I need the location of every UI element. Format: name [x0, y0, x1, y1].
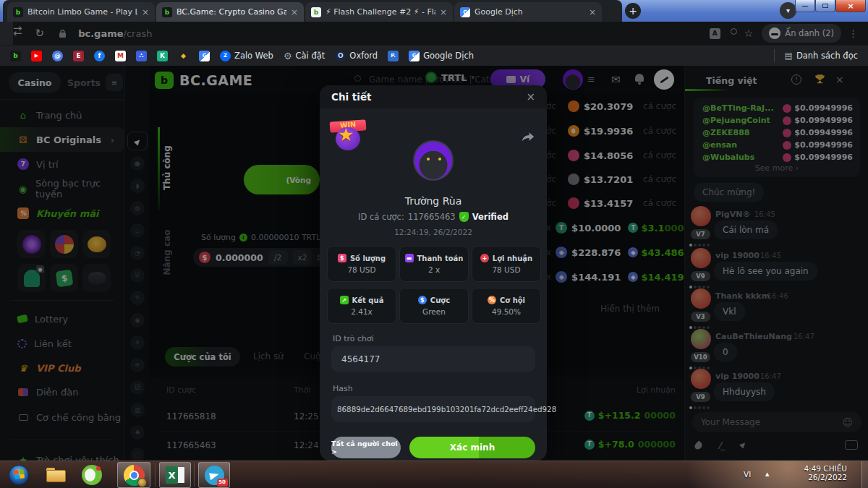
sidebar-item-slots[interactable]: 7 Vị trí	[0, 152, 124, 176]
rail-game-icon[interactable]: ✎	[130, 291, 145, 305]
incognito-profile-chip[interactable]: Ẩn danh (2)	[762, 24, 841, 43]
telegram-button[interactable]: 50	[198, 462, 230, 488]
reload-icon[interactable]: ↻	[35, 27, 45, 40]
window-close-button[interactable]: ×	[835, 0, 866, 12]
bookmark-share[interactable]: ∴	[136, 51, 147, 61]
bookmark-google-translate[interactable]: GGoogle Dịch	[409, 51, 474, 61]
modal-close-icon[interactable]: ×	[526, 90, 535, 103]
translate-page-icon[interactable]: A	[710, 28, 720, 39]
game-id-field[interactable]: 4564177	[331, 346, 535, 372]
chat-avatar[interactable]	[691, 288, 711, 309]
clock[interactable]: 4:49 CHIỀU 26/2/2022	[778, 464, 847, 481]
bookmark-translate[interactable]: G	[199, 51, 210, 61]
user-avatar[interactable]	[563, 69, 583, 90]
game-tile-coins[interactable]	[82, 230, 111, 258]
chat-language[interactable]: Tiếng việt	[706, 75, 757, 86]
bookmark-bcgame[interactable]: b	[10, 51, 21, 61]
tab-history[interactable]: Lịch sử	[253, 351, 284, 361]
sidebar-item-home[interactable]: ⌂ Trang chủ	[0, 103, 124, 127]
bookmark-kcoin[interactable]: K	[157, 51, 168, 61]
share-icon[interactable]	[521, 130, 535, 143]
chevron-right-icon[interactable]: ›	[739, 75, 742, 85]
language-indicator[interactable]: VI	[744, 470, 751, 479]
mail-icon[interactable]: ✉	[611, 73, 621, 86]
live-bet-row[interactable]: ớc $13.7201 cá cược	[546, 171, 684, 188]
info-icon[interactable]: i	[239, 234, 247, 241]
rail-game-icon[interactable]: ♨	[130, 223, 145, 238]
sidebar-collapse-button[interactable]: ≡	[106, 74, 123, 91]
browser-tab-limbo[interactable]: b Bitcoin Limbo Game - Play Limbo ×	[7, 2, 155, 22]
bookmark-star-icon[interactable]: ☆	[744, 27, 754, 39]
live-bet-row[interactable]: ớc ฿ $19.9936 cá cược	[546, 122, 684, 140]
rail-game-icon[interactable]: ✈	[130, 358, 145, 372]
live-bet-row[interactable]: ớc $14.8056 cá cược	[546, 147, 684, 164]
rail-game-icon[interactable]: ⚘	[130, 335, 145, 350]
sidebar-item-favorites[interactable]: ★ Trò chơi yêu thích	[0, 448, 124, 461]
sidebar-item-promotions[interactable]: % Khuyến mãi	[0, 201, 124, 226]
bet-amount-input[interactable]: $ 0.000000 /2 x2 ▴▾	[193, 248, 320, 267]
bet-button[interactable]: (Vòng	[244, 165, 320, 194]
emoji-icon[interactable]: ☺	[842, 416, 853, 428]
start-button[interactable]	[4, 462, 33, 488]
chat-username[interactable]: CauBeThieuNang	[715, 332, 792, 341]
window-maximize-button[interactable]	[815, 0, 835, 12]
rail-game-icon[interactable]: ⛨	[130, 268, 145, 283]
rail-game-icon[interactable]: ◌	[130, 448, 145, 461]
spin-quest-icon[interactable]	[654, 69, 674, 90]
live-bet-row[interactable]: x ◆ $228.876 ◆ $43.4865	[546, 244, 684, 261]
rail-game-icon[interactable]: ◉	[130, 313, 145, 328]
bookmark-oxford[interactable]: OOxford	[335, 51, 378, 61]
reading-list-button[interactable]: ▤Danh sách đọc	[785, 51, 858, 61]
tab-close-icon[interactable]: ×	[589, 7, 596, 17]
rail-game-icon[interactable]: ♠	[130, 425, 145, 440]
crash-rocket-icon[interactable]: ▶	[127, 132, 148, 150]
game-tile-roulette[interactable]	[50, 230, 78, 258]
menu-bars-icon[interactable]: ≡	[587, 74, 595, 85]
chat-avatar[interactable]	[691, 329, 711, 349]
bookmark-mail[interactable]: @	[52, 51, 63, 61]
tab-advanced[interactable]: Nâng cao	[162, 227, 172, 278]
excel-button[interactable]: X	[159, 462, 191, 488]
search-icon[interactable]	[354, 75, 363, 84]
sidebar-item-fairness[interactable]: Cơ chế công bằng	[0, 405, 124, 429]
gif-keyboard-icon[interactable]: ···	[845, 440, 858, 450]
rules-info-icon[interactable]: !	[791, 74, 801, 85]
rail-game-icon[interactable]: ▥	[130, 403, 145, 417]
bookmark-youtube[interactable]: ▶	[31, 51, 42, 61]
live-bet-row[interactable]: ớc $13.4157 cá cược	[546, 194, 684, 212]
rail-game-icon[interactable]: ●	[130, 156, 145, 171]
sidebar-item-forum[interactable]: Diễn đàn	[0, 380, 124, 404]
browser-tab-bcgame[interactable]: b BC.Game: Crypto Casino Games & ×	[156, 2, 304, 22]
bookmark-p[interactable]: P.	[388, 51, 399, 61]
live-bet-row[interactable]: ớc $20.3079 cá cược	[546, 98, 684, 115]
see-more-button[interactable]: See more ›	[694, 163, 860, 173]
rail-game-icon[interactable]: ◔	[130, 246, 145, 260]
game-tile-coin-stack[interactable]	[82, 264, 111, 292]
game-tile-ghost[interactable]: ●	[17, 264, 46, 292]
bookmark-settings[interactable]: ⚙Cài đặt	[284, 51, 325, 61]
half-bet-button[interactable]: /2	[268, 250, 288, 265]
chat-avatar[interactable]	[691, 369, 711, 389]
browser-tab-flash[interactable]: b ⚡ Flash Challenge #2 ⚡ - Flash Ch ×	[305, 2, 453, 22]
bookmark-gmail[interactable]: M	[115, 51, 126, 61]
live-bet-row[interactable]: x ◆ $144.191 ◆ $14.4191	[546, 268, 684, 286]
player-avatar[interactable]	[413, 140, 454, 181]
live-bet-row[interactable]: x T $10.0000 T $3.1 0000	[546, 219, 684, 236]
tab-manual[interactable]: Thủ công	[162, 142, 172, 193]
chrome-button[interactable]	[117, 462, 150, 488]
bcgame-logo-icon[interactable]: b	[155, 72, 174, 89]
trophy-icon[interactable]	[814, 73, 826, 85]
hash-field[interactable]: 86889de2d6647689ebd199b103201fa72dcd2eef…	[331, 396, 535, 422]
bookmark-zalo[interactable]: ZZalo Web	[220, 51, 273, 61]
show-more-button[interactable]: Hiển thị thêm	[600, 304, 660, 314]
sidebar-item-lottery[interactable]: Lottery	[0, 307, 124, 331]
zoom-icon[interactable]	[731, 28, 737, 39]
tray-expand-icon[interactable]: ▲	[765, 471, 769, 477]
url-field[interactable]: bc.game/crash	[78, 28, 152, 39]
padlock-icon[interactable]	[59, 29, 67, 38]
browser-tab-translate[interactable]: G Google Dịch ×	[454, 2, 602, 22]
bell-icon[interactable]	[635, 74, 644, 85]
sports-tab[interactable]: Sports	[64, 72, 104, 93]
chat-username[interactable]: vip 19000	[715, 372, 760, 381]
tab-close-icon[interactable]: ×	[440, 7, 447, 17]
